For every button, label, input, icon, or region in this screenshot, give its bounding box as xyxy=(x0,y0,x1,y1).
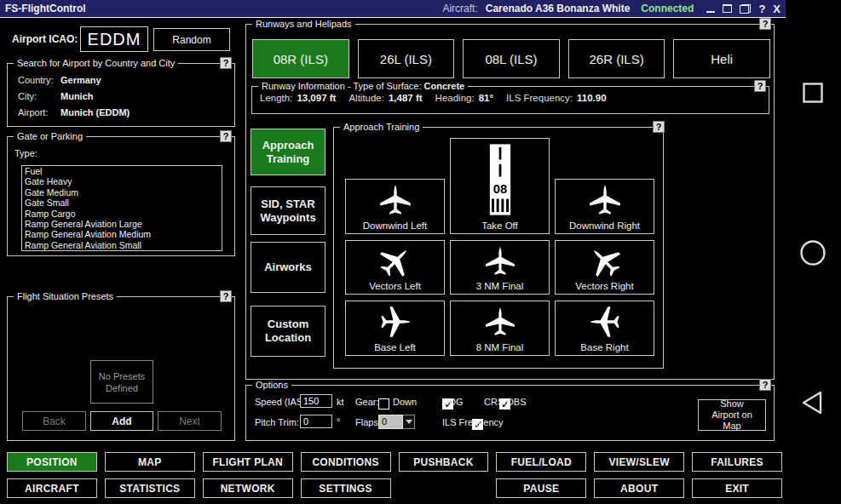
maximize-icon[interactable] xyxy=(723,4,732,13)
mode-approach-training-button[interactable]: Approach Training xyxy=(251,129,325,175)
nav-map-button[interactable]: MAP xyxy=(105,452,195,472)
restore-icon[interactable] xyxy=(740,4,751,14)
approach-cell-base-left[interactable]: Base Left xyxy=(345,301,445,356)
cell-label: Downwind Left xyxy=(363,220,427,233)
chevron-down-icon xyxy=(406,420,412,424)
approach-cell-downwind-right[interactable]: Downwind Right xyxy=(555,179,654,234)
search-airport-row: Airport: Munich (EDDM) xyxy=(18,107,234,117)
search-group-legend: Search for Airport by Country and City xyxy=(14,58,178,68)
city-value[interactable]: Munich xyxy=(60,91,94,101)
cell-label: Base Right xyxy=(580,342,628,355)
nav-pause-button[interactable]: PAUSE xyxy=(496,478,586,498)
list-item[interactable]: Gate Small xyxy=(25,198,222,208)
runway-button-heli[interactable]: Heli xyxy=(673,39,770,78)
runway-button-26r[interactable]: 26R (ILS) xyxy=(568,39,665,78)
gate-help-icon[interactable]: ? xyxy=(220,130,232,142)
gear-down-label: Down xyxy=(393,397,417,407)
runway-button-row: 08R (ILS) 26L (ILS) 08L (ILS) 26R (ILS) … xyxy=(252,39,770,78)
presets-next-button[interactable]: Next xyxy=(158,411,222,431)
minimize-icon[interactable] xyxy=(706,5,715,13)
mode-airworks-button[interactable]: Airworks xyxy=(251,242,325,293)
nav-statistics-button[interactable]: STATISTICS xyxy=(105,478,195,498)
pitch-trim-input[interactable] xyxy=(300,415,332,428)
help-icon[interactable]: ? xyxy=(758,3,765,15)
flaps-value: 0 xyxy=(378,415,403,429)
nav-network-button[interactable]: NETWORK xyxy=(203,478,293,498)
random-airport-button[interactable]: Random xyxy=(153,28,230,51)
search-airport-group: Search for Airport by Country and City ?… xyxy=(7,63,235,127)
mode-custom-location-button[interactable]: Custom Location xyxy=(251,306,325,357)
nav-flight-plan-button[interactable]: FLIGHT PLAN xyxy=(203,452,293,472)
search-help-icon[interactable]: ? xyxy=(220,57,232,69)
airport-value[interactable]: Munich (EDDM) xyxy=(60,107,130,117)
options-help-icon[interactable]: ? xyxy=(759,379,771,391)
gear-down-checkbox[interactable] xyxy=(378,398,389,410)
approach-help-icon[interactable]: ? xyxy=(653,121,665,133)
runway-button-08r[interactable]: 08R (ILS) xyxy=(252,39,349,78)
presets-add-button[interactable]: Add xyxy=(90,411,153,431)
show-airport-on-map-button[interactable]: Show Airport on Map xyxy=(698,399,766,431)
speed-input[interactable] xyxy=(300,394,332,408)
list-item[interactable]: Fuel xyxy=(25,166,222,176)
nav-settings-button[interactable]: SETTINGS xyxy=(301,478,391,498)
presets-help-icon[interactable]: ? xyxy=(220,290,232,302)
list-item[interactable]: Gate Medium xyxy=(25,187,222,198)
approach-cell-downwind-left[interactable]: Downwind Left xyxy=(345,179,445,234)
gate-type-listbox[interactable]: Fuel Gate Heavy Gate Medium Gate Small R… xyxy=(21,165,222,251)
runway-info-legend: Runway Information - Type of Surface: Co… xyxy=(258,81,468,91)
nav-pushback-button[interactable]: PUSHBACK xyxy=(399,452,489,472)
country-value[interactable]: Germany xyxy=(60,75,101,85)
mode-sid-star-waypoints-button[interactable]: SID, STAR Waypoints xyxy=(251,186,325,235)
nav-fuel-load-button[interactable]: FUEL/LOAD xyxy=(496,452,586,472)
approach-cell-take-off[interactable]: 08 Take Off xyxy=(450,138,550,234)
nav-exit-button[interactable]: EXIT xyxy=(692,478,782,498)
runway-button-08l[interactable]: 08L (ILS) xyxy=(463,39,560,78)
runway-altitude: Altitude:1,487 ft xyxy=(348,93,422,103)
plane-left-icon xyxy=(589,306,621,338)
pitch-trim-label: Pitch Trim: xyxy=(255,417,299,427)
flaps-dropdown[interactable]: 0 xyxy=(378,415,415,429)
approach-cell-3nm-final[interactable]: 3 NM Final xyxy=(450,240,550,295)
plane-northeast-icon xyxy=(371,237,419,285)
presets-back-button[interactable]: Back xyxy=(22,411,86,431)
approach-group-legend: Approach Training xyxy=(340,122,423,132)
aircraft-label: Aircraft: xyxy=(442,3,477,14)
flaps-dropdown-button[interactable] xyxy=(403,415,415,429)
gate-group-legend: Gate or Parking xyxy=(14,131,86,141)
runways-help-icon[interactable]: ? xyxy=(759,18,771,30)
pitch-trim-unit: ° xyxy=(337,416,340,427)
list-item[interactable]: Ramp Cargo xyxy=(25,209,222,219)
approach-cell-base-right[interactable]: Base Right xyxy=(555,301,654,356)
list-item[interactable]: Ramp General Aviation Large xyxy=(25,219,222,229)
list-item[interactable]: Ramp General Aviation Small xyxy=(25,240,222,250)
runways-group-legend: Runways and Helipads xyxy=(252,19,355,29)
runway-button-26l[interactable]: 26L (ILS) xyxy=(358,39,455,78)
list-item[interactable]: Ramp General Aviation Medium xyxy=(25,229,222,239)
cell-label: 8 NM Final xyxy=(476,342,524,355)
nav-failures-button[interactable]: FAILURES xyxy=(692,452,782,472)
list-item[interactable]: Gate Heavy xyxy=(25,176,222,186)
plane-up-icon xyxy=(485,246,516,277)
approach-cell-8nm-final[interactable]: 8 NM Final xyxy=(450,301,550,356)
gate-parking-group: Gate or Parking ? Type: Fuel Gate Heavy … xyxy=(7,136,235,256)
options-group-legend: Options xyxy=(252,380,291,390)
airport-icao-input[interactable] xyxy=(80,26,148,52)
home-circle-icon[interactable] xyxy=(799,239,827,270)
runway-heading: Heading:81° xyxy=(435,93,493,103)
nav-view-slew-button[interactable]: VIEW/SLEW xyxy=(594,452,684,472)
close-icon[interactable]: X xyxy=(773,3,781,15)
nav-about-button[interactable]: ABOUT xyxy=(594,478,684,498)
approach-cell-vectors-left[interactable]: Vectors Left xyxy=(345,240,445,295)
gate-type-label: Type: xyxy=(14,148,234,158)
nav-conditions-button[interactable]: CONDITIONS xyxy=(301,452,391,472)
recents-square-icon[interactable] xyxy=(802,82,824,107)
approach-cell-vectors-right[interactable]: Vectors Right xyxy=(555,240,654,295)
no-presets-placeholder: No Presets Defined xyxy=(90,360,153,404)
ils-frequency-label: ILS Frequency xyxy=(442,417,504,427)
runway-info-help-icon[interactable]: ? xyxy=(754,80,766,92)
flaps-label: Flaps: xyxy=(355,417,381,427)
nav-aircraft-button[interactable]: AIRCRAFT xyxy=(7,478,97,498)
speed-unit: kt xyxy=(337,397,344,407)
back-triangle-icon[interactable] xyxy=(800,389,824,420)
nav-position-button[interactable]: POSITION xyxy=(7,452,97,472)
